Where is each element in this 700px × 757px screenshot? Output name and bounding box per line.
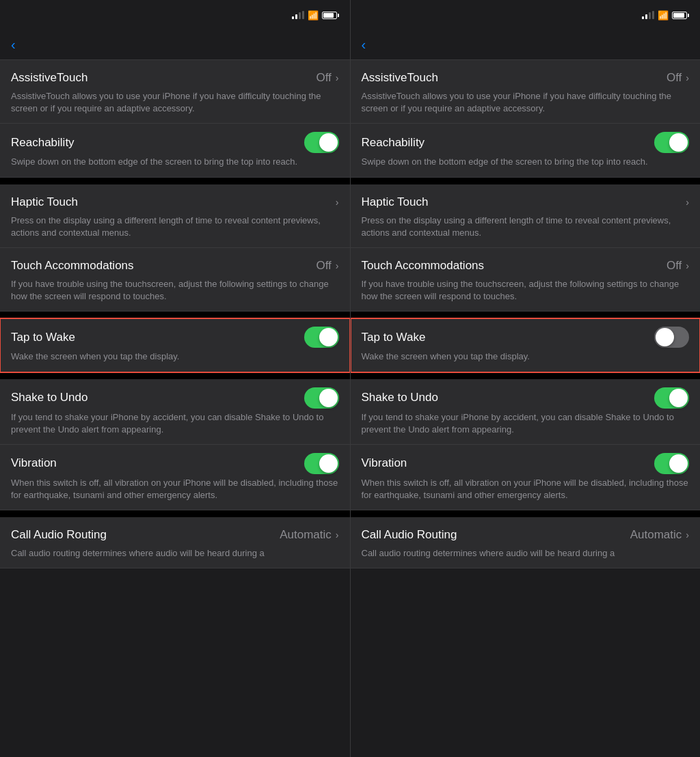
- setting-row-tap-to-wake-right[interactable]: Tap to WakeWake the screen when you tap …: [351, 318, 701, 372]
- setting-row-reachability-left[interactable]: ReachabilitySwipe down on the bottom edg…: [0, 124, 350, 177]
- setting-right-vibration-right: [654, 453, 689, 474]
- setting-main-touch-accommodations-left: Touch AccommodationsOff›: [11, 256, 339, 275]
- setting-main-vibration-left: Vibration: [11, 453, 339, 474]
- setting-row-call-audio-routing-left[interactable]: Call Audio RoutingAutomatic›Call audio r…: [0, 517, 350, 568]
- setting-main-assistive-touch-left: AssistiveTouchOff›: [11, 68, 339, 87]
- setting-main-touch-accommodations-right: Touch AccommodationsOff›: [362, 256, 690, 275]
- toggle-tap-to-wake-left[interactable]: [304, 327, 339, 348]
- setting-desc-call-audio-routing-left: Call audio routing determines where audi…: [11, 547, 339, 560]
- setting-main-haptic-touch-left: Haptic Touch›: [11, 193, 339, 212]
- setting-desc-vibration-right: When this switch is off, all vibration o…: [362, 477, 690, 501]
- setting-main-reachability-right: Reachability: [362, 132, 690, 153]
- chevron-assistive-touch-left: ›: [336, 72, 339, 83]
- chevron-touch-accommodations-left: ›: [336, 260, 339, 271]
- setting-right-reachability-right: [654, 132, 689, 153]
- setting-desc-assistive-touch-right: AssistiveTouch allows you to use your iP…: [362, 90, 690, 115]
- setting-right-tap-to-wake-right: [654, 327, 689, 348]
- setting-right-assistive-touch-left: Off›: [316, 71, 338, 85]
- setting-desc-haptic-touch-left: Press on the display using a different l…: [11, 215, 339, 239]
- setting-row-touch-accommodations-left[interactable]: Touch AccommodationsOff›If you have trou…: [0, 248, 350, 312]
- setting-desc-haptic-touch-right: Press on the display using a different l…: [362, 215, 690, 239]
- setting-main-shake-to-undo-right: Shake to Undo: [362, 387, 690, 409]
- setting-row-shake-to-undo-left[interactable]: Shake to UndoIf you tend to shake your i…: [0, 379, 350, 445]
- setting-row-vibration-right[interactable]: VibrationWhen this switch is off, all vi…: [351, 445, 701, 510]
- battery-icon-right: [672, 12, 689, 19]
- toggle-shake-to-undo-right[interactable]: [654, 387, 689, 409]
- left-panel: AssistiveTouchOff›AssistiveTouch allows …: [0, 60, 350, 757]
- status-bar-right: 📶: [351, 0, 701, 30]
- setting-row-haptic-touch-right[interactable]: Haptic Touch›Press on the display using …: [351, 184, 701, 248]
- setting-main-call-audio-routing-right: Call Audio RoutingAutomatic›: [362, 525, 690, 545]
- setting-right-call-audio-routing-left: Automatic›: [280, 528, 338, 542]
- signal-icon-right: [642, 11, 654, 19]
- content-area: AssistiveTouchOff›AssistiveTouch allows …: [0, 60, 700, 757]
- chevron-call-audio-routing-left: ›: [336, 529, 339, 540]
- setting-label-tap-to-wake-left: Tap to Wake: [11, 331, 75, 344]
- back-button-right[interactable]: ‹: [362, 38, 368, 51]
- back-chevron-right: ‹: [362, 38, 366, 51]
- setting-desc-assistive-touch-left: AssistiveTouch allows you to use your iP…: [11, 90, 339, 115]
- setting-right-reachability-left: [304, 132, 339, 153]
- chevron-assistive-touch-right: ›: [686, 72, 689, 83]
- setting-label-shake-to-undo-right: Shake to Undo: [362, 391, 438, 404]
- setting-label-call-audio-routing-left: Call Audio Routing: [11, 528, 107, 542]
- back-chevron-left: ‹: [11, 38, 16, 51]
- chevron-touch-accommodations-right: ›: [686, 260, 689, 271]
- setting-label-haptic-touch-right: Haptic Touch: [362, 195, 429, 209]
- setting-row-touch-accommodations-right[interactable]: Touch AccommodationsOff›If you have trou…: [351, 248, 701, 312]
- setting-main-tap-to-wake-right: Tap to Wake: [362, 327, 690, 348]
- setting-label-reachability-left: Reachability: [11, 136, 75, 150]
- setting-desc-reachability-right: Swipe down on the bottom edge of the scr…: [362, 156, 690, 168]
- setting-label-shake-to-undo-left: Shake to Undo: [11, 391, 88, 404]
- setting-row-call-audio-routing-right[interactable]: Call Audio RoutingAutomatic›Call audio r…: [351, 517, 701, 568]
- setting-right-assistive-touch-right: Off›: [667, 71, 689, 85]
- setting-label-reachability-right: Reachability: [362, 136, 425, 150]
- setting-main-assistive-touch-right: AssistiveTouchOff›: [362, 68, 690, 87]
- setting-main-call-audio-routing-left: Call Audio RoutingAutomatic›: [11, 525, 339, 545]
- toggle-reachability-left[interactable]: [304, 132, 339, 153]
- setting-right-haptic-touch-right: ›: [686, 197, 689, 208]
- setting-row-tap-to-wake-left[interactable]: Tap to WakeWake the screen when you tap …: [0, 318, 350, 372]
- setting-label-touch-accommodations-left: Touch Accommodations: [11, 259, 134, 273]
- toggle-vibration-left[interactable]: [304, 453, 339, 474]
- setting-value-call-audio-routing-left: Automatic: [280, 528, 332, 542]
- signal-icon-left: [292, 11, 304, 19]
- setting-row-assistive-touch-left[interactable]: AssistiveTouchOff›AssistiveTouch allows …: [0, 60, 350, 124]
- nav-left: ‹: [0, 30, 350, 59]
- setting-value-touch-accommodations-left: Off: [316, 259, 331, 273]
- setting-row-assistive-touch-right[interactable]: AssistiveTouchOff›AssistiveTouch allows …: [351, 60, 701, 124]
- setting-right-shake-to-undo-left: [304, 387, 339, 409]
- toggle-tap-to-wake-right[interactable]: [654, 327, 689, 348]
- setting-right-touch-accommodations-right: Off›: [667, 259, 689, 273]
- toggle-shake-to-undo-left[interactable]: [304, 387, 339, 409]
- chevron-haptic-touch-right: ›: [686, 197, 689, 208]
- right-panel: AssistiveTouchOff›AssistiveTouch allows …: [351, 60, 701, 757]
- status-bar: 📶 📶: [0, 0, 700, 30]
- setting-right-shake-to-undo-right: [654, 387, 689, 409]
- back-button-left[interactable]: ‹: [11, 38, 17, 51]
- setting-right-vibration-left: [304, 453, 339, 474]
- setting-desc-vibration-left: When this switch is off, all vibration o…: [11, 477, 339, 501]
- setting-desc-shake-to-undo-left: If you tend to shake your iPhone by acci…: [11, 411, 339, 436]
- setting-label-assistive-touch-left: AssistiveTouch: [11, 71, 88, 85]
- setting-label-vibration-left: Vibration: [11, 456, 57, 470]
- setting-main-vibration-right: Vibration: [362, 453, 690, 474]
- setting-value-touch-accommodations-right: Off: [667, 259, 682, 273]
- setting-right-haptic-touch-left: ›: [336, 197, 339, 208]
- battery-icon-left: [322, 12, 339, 19]
- setting-row-vibration-left[interactable]: VibrationWhen this switch is off, all vi…: [0, 445, 350, 510]
- setting-row-reachability-right[interactable]: ReachabilitySwipe down on the bottom edg…: [351, 124, 701, 177]
- setting-desc-reachability-left: Swipe down on the bottom edge of the scr…: [11, 156, 339, 168]
- toggle-vibration-right[interactable]: [654, 453, 689, 474]
- setting-main-shake-to-undo-left: Shake to Undo: [11, 387, 339, 409]
- setting-desc-shake-to-undo-right: If you tend to shake your iPhone by acci…: [362, 411, 690, 436]
- setting-row-shake-to-undo-right[interactable]: Shake to UndoIf you tend to shake your i…: [351, 379, 701, 445]
- setting-value-call-audio-routing-right: Automatic: [630, 528, 682, 542]
- status-bar-left: 📶: [0, 0, 350, 30]
- setting-row-haptic-touch-left[interactable]: Haptic Touch›Press on the display using …: [0, 184, 350, 248]
- setting-right-call-audio-routing-right: Automatic›: [630, 528, 689, 542]
- toggle-reachability-right[interactable]: [654, 132, 689, 153]
- setting-label-tap-to-wake-right: Tap to Wake: [362, 331, 426, 344]
- chevron-haptic-touch-left: ›: [336, 197, 339, 208]
- wifi-icon-right: 📶: [658, 10, 669, 20]
